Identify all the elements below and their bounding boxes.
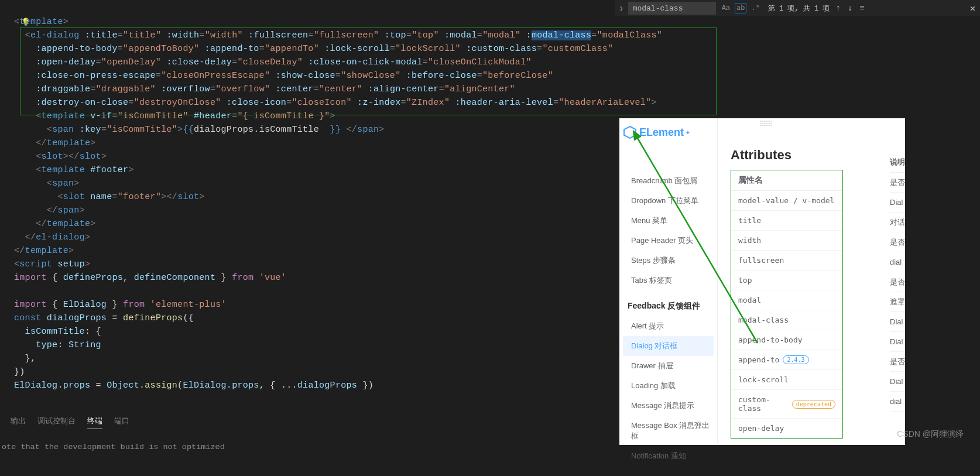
code-line[interactable]: 9 <span :key="isCommTitle">{{dialogProps… (14, 123, 615, 136)
desc-cell: Dial slot (890, 193, 905, 213)
code-line[interactable]: 12 <template #footer> (14, 163, 615, 177)
nav-item[interactable]: Breadcrumb 面包屑 (619, 171, 717, 191)
tab-terminal[interactable]: 终端 (87, 413, 102, 429)
attr-row[interactable]: modal (731, 290, 842, 310)
tab-debug[interactable]: 调试控制台 (37, 413, 76, 429)
svg-marker-0 (624, 126, 636, 138)
code-line[interactable]: 15 </span> (14, 204, 615, 217)
attr-column-header: 属性名 (731, 170, 842, 191)
code-line[interactable]: 10 </template> (14, 136, 615, 150)
code-line[interactable]: 1<template> (14, 15, 615, 29)
nav-item[interactable]: Dialog 对话框 (623, 336, 714, 356)
code-line[interactable]: 17 </el-dialog> (14, 231, 615, 244)
next-match-icon[interactable]: ↓ (847, 3, 854, 13)
match-case-icon[interactable]: Aa (721, 4, 731, 13)
desc-column: 说明 是否Dial slot对话是否dial是否遮罩Dial DialDial … (890, 152, 905, 412)
desc-cell: Dial ap (890, 332, 905, 352)
nav-item[interactable]: Drawer 抽屉 (619, 356, 717, 376)
desc-cell: 是否 (890, 173, 905, 193)
attr-row[interactable]: fullscreen (731, 251, 842, 270)
desc-cell: 遮罩 (890, 292, 905, 312)
watermark: CSDN @阿狸演绎 (897, 429, 964, 440)
match-word-icon[interactable]: ab (735, 3, 746, 13)
documentation-panel: ELement+ ⠿⠿⠿ Breadcrumb 面包屑Dropdown 下拉菜单… (619, 118, 905, 445)
nav-item[interactable]: Alert 提示 (619, 316, 717, 336)
element-logo[interactable]: ELement+ (623, 125, 690, 139)
code-line[interactable]: 3 :append-to-body="appendToBody" :append… (14, 42, 615, 56)
code-editor[interactable]: 1<template>2 <el-dialog :title="title" :… (0, 15, 615, 392)
desc-cell: 对话 (890, 213, 905, 232)
code-line[interactable]: 21 (14, 285, 615, 298)
code-line[interactable]: 28ElDialog.props = Object.assign(ElDialo… (14, 379, 615, 392)
nav-item[interactable]: Menu 菜单 (619, 211, 717, 231)
attr-row[interactable]: title (731, 211, 842, 231)
desc-column-header: 说明 (890, 152, 905, 173)
regex-icon[interactable]: .* (750, 4, 760, 13)
code-line[interactable]: 19<script setup> (14, 258, 615, 271)
search-input[interactable] (628, 2, 716, 15)
code-line[interactable]: 18</template> (14, 244, 615, 258)
doc-section-title: Attributes (731, 148, 905, 163)
desc-cell: dial (890, 252, 905, 272)
code-line[interactable]: 5 :close-on-press-escape="closeOnPressEs… (14, 69, 615, 83)
code-line[interactable]: 23const dialogProps = defineProps({ (14, 311, 615, 325)
code-line[interactable]: 6 :draggable="draggable" :overflow="over… (14, 83, 615, 96)
attr-row[interactable]: width (731, 231, 842, 251)
desc-cell: 是否 (890, 272, 905, 292)
attr-row[interactable]: top (731, 270, 842, 290)
logo-text: ELement (639, 126, 684, 139)
desc-cell: 是否 (890, 232, 905, 252)
code-line[interactable]: 22import { ElDialog } from 'element-plus… (14, 298, 615, 311)
search-bar: ❯ Aa ab .* 第 1 项, 共 1 项 ↑ ↓ ≡ ✕ (615, 0, 980, 16)
close-search-icon[interactable]: ✕ (970, 3, 975, 14)
code-line[interactable]: 7 :destroy-on-close="destroyOnClose" :cl… (14, 96, 615, 109)
code-line[interactable]: 8 <template v-if="isCommTitle" #header="… (14, 109, 615, 123)
nav-item[interactable]: Dropdown 下拉菜单 (619, 191, 717, 211)
panel-tabs: 输出 调试控制台 终端 端口 (11, 413, 129, 429)
tab-output[interactable]: 输出 (11, 413, 26, 429)
nav-item[interactable]: Tabs 标签页 (619, 270, 717, 290)
nav-item[interactable]: Page Header 页头 (619, 231, 717, 251)
doc-sidebar: Breadcrumb 面包屑Dropdown 下拉菜单Menu 菜单Page H… (619, 118, 718, 445)
code-line[interactable]: 13 <span> (14, 177, 615, 190)
code-line[interactable]: 24 isCommTitle: { (14, 325, 615, 338)
attr-row[interactable]: append-to2.4.3 (731, 350, 842, 370)
code-line[interactable]: 14 <slot name="footer"></slot> (14, 190, 615, 204)
attr-row[interactable]: open-delay (731, 419, 842, 438)
attributes-table: 属性名 model-value / v-modeltitlewidthfulls… (731, 170, 843, 439)
nav-item[interactable]: Message 消息提示 (619, 396, 717, 416)
code-line[interactable]: 2 <el-dialog :title="title" :width="widt… (14, 29, 615, 42)
desc-cell: 是否 (890, 352, 905, 372)
terminal-output: ote that the development build is not op… (0, 443, 225, 451)
desc-cell: dial (890, 392, 905, 412)
code-line[interactable]: 20import { defineProps, defineComponent … (14, 271, 615, 285)
search-options: Aa ab .* (721, 3, 761, 13)
code-line[interactable]: 11 <slot></slot> (14, 150, 615, 163)
attr-row[interactable]: lock-scroll (731, 370, 842, 390)
search-result-count: 第 1 项, 共 1 项 (768, 4, 830, 13)
code-line[interactable]: 25 type: String (14, 338, 615, 352)
nav-heading: Feedback 反馈组件 (619, 290, 717, 316)
attr-row[interactable]: custom-classdeprecated (731, 390, 842, 419)
search-expand-chevron[interactable]: ❯ (619, 5, 623, 12)
prev-match-icon[interactable]: ↑ (834, 3, 841, 13)
code-line[interactable]: 4 :open-delay="openDelay" :close-delay="… (14, 56, 615, 69)
code-line[interactable]: 26 }, (14, 352, 615, 365)
attr-row[interactable]: modal-class (731, 310, 842, 330)
desc-cell: Dial (890, 372, 905, 392)
drag-handle-icon[interactable]: ⠿⠿⠿ (759, 120, 772, 128)
code-line[interactable]: 27}) (14, 365, 615, 379)
code-line[interactable]: 16 </template> (14, 217, 615, 231)
attr-row[interactable]: model-value / v-model (731, 191, 842, 211)
tab-port[interactable]: 端口 (114, 413, 129, 429)
nav-item[interactable]: Message Box 消息弹出框 (619, 416, 717, 446)
attr-row[interactable]: append-to-body (731, 330, 842, 350)
nav-item[interactable]: Steps 步骤条 (619, 251, 717, 270)
doc-main: Attributes 属性名 model-value / v-modeltitl… (718, 118, 905, 445)
find-in-selection-icon[interactable]: ≡ (858, 3, 865, 13)
nav-item[interactable]: Loading 加载 (619, 376, 717, 396)
nav-item[interactable]: Notification 通知 (619, 446, 717, 466)
desc-cell: Dial Dial (890, 312, 905, 332)
